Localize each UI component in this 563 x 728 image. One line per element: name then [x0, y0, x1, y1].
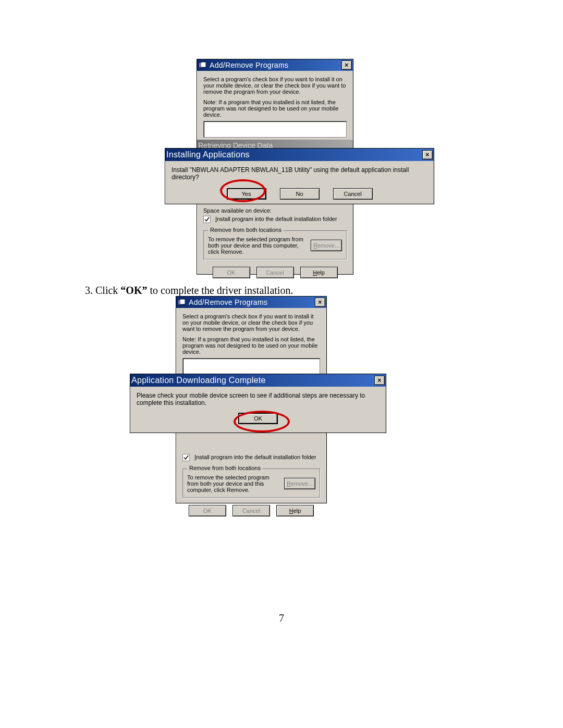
dialog-title: Application Downloading Complete [131, 376, 374, 385]
remove-button: Remove... [311, 240, 342, 251]
close-icon[interactable]: × [374, 376, 385, 385]
step-3-text: 3. Click “OK” to complete the driver ins… [85, 285, 293, 297]
no-button[interactable]: No [280, 188, 320, 200]
instruction-text: Select a program's check box if you want… [203, 76, 347, 95]
install-default-checkbox[interactable] [203, 216, 211, 223]
space-available-label: Space available on device: [203, 207, 347, 214]
ok-button: OK [189, 505, 226, 516]
cancel-button: Cancel [232, 505, 270, 516]
cancel-button[interactable]: Cancel [333, 188, 373, 200]
download-complete-dialog: Application Downloading Complete × Pleas… [130, 374, 386, 433]
install-default-label: Install program into the default install… [215, 216, 337, 222]
dialog-text: Please check your mobile device screen t… [137, 392, 380, 406]
instruction-note: Note: If a program that you installed is… [203, 99, 347, 118]
ok-button: OK [213, 267, 250, 278]
close-icon[interactable]: × [422, 150, 433, 159]
remove-text: To remove the selected program from both… [208, 236, 308, 255]
cancel-button: Cancel [256, 267, 294, 278]
remove-legend: Remove from both locations [208, 227, 284, 233]
instruction-text: Select a program's check box if you want… [182, 313, 320, 332]
remove-legend: Remove from both locations [187, 465, 263, 471]
app-icon [177, 298, 186, 306]
close-icon[interactable]: × [341, 60, 352, 70]
yes-button[interactable]: Yes [227, 188, 266, 200]
program-listbox[interactable] [182, 358, 320, 375]
help-button[interactable]: Help [276, 505, 314, 516]
dialog-text: Install "NBWLAN ADAPTER NBWLAN_11B Utili… [172, 166, 427, 181]
page-number: 7 [0, 612, 563, 624]
svg-rect-3 [180, 299, 185, 304]
ok-button[interactable]: OK [238, 413, 278, 424]
close-icon[interactable]: × [315, 298, 325, 307]
window-title: Add/Remove Programs [189, 298, 315, 306]
svg-rect-1 [201, 62, 206, 67]
help-button[interactable]: Help [300, 267, 338, 278]
window-title: Add/Remove Programs [210, 61, 341, 69]
app-icon [198, 61, 206, 69]
install-default-checkbox[interactable] [182, 454, 190, 461]
install-default-label: Install program into the default install… [194, 454, 316, 460]
instruction-note: Note: If a program that you installed is… [182, 336, 320, 355]
remove-button: Remove... [284, 478, 315, 489]
remove-text: To remove the selected program from both… [187, 474, 281, 493]
program-listbox[interactable] [203, 121, 347, 138]
dialog-title: Installing Applications [166, 150, 422, 159]
installing-applications-dialog: Installing Applications × Install "NBWLA… [165, 148, 434, 204]
